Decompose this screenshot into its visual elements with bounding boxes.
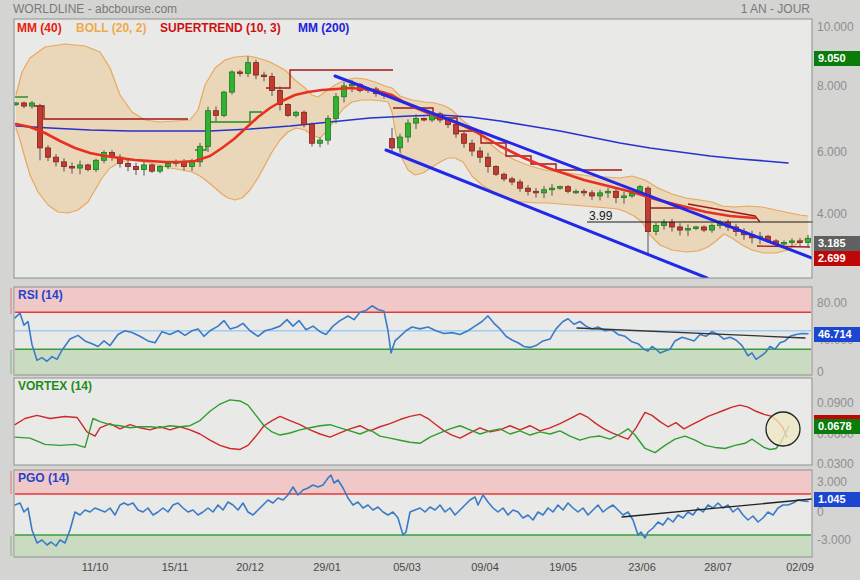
x-axis-date: 20/12 [227, 561, 273, 573]
x-axis-date: 19/05 [540, 561, 586, 573]
x-axis-date: 02/09 [777, 561, 823, 573]
rsi-panel-label: RSI (14) [18, 288, 63, 302]
y-axis-tick: 10.000 [817, 20, 854, 34]
price-annotation-label: 3.99 [589, 209, 612, 223]
y-axis-tick: 0 [817, 505, 824, 519]
pgo-value-badge: 1.045 [814, 492, 860, 507]
rsi-value-badge: 46.714 [814, 327, 860, 342]
pgo-panel-label: PGO (14) [18, 471, 69, 485]
y-axis-tick: 0.0300 [817, 457, 854, 471]
y-axis-tick: 80.00 [817, 296, 847, 310]
legend-item-3: MM (200) [298, 21, 349, 35]
x-axis-date: 23/06 [619, 561, 665, 573]
x-axis-date: 05/03 [384, 561, 430, 573]
y-axis-tick: 3.000 [817, 475, 847, 489]
vortex-value-badge: 0.0678 [814, 419, 860, 434]
vortex-panel-label: VORTEX (14) [18, 379, 92, 393]
period-low-badge: 2.699 [814, 251, 860, 266]
period-high-badge: 9.050 [814, 51, 860, 66]
period-selector: 1 AN - JOUR [741, 2, 810, 16]
y-axis-tick: 4.000 [817, 207, 847, 221]
x-axis-date: 11/10 [72, 561, 118, 573]
last-price-badge: 3.185 [814, 236, 860, 251]
legend-item-2: SUPERTREND (10, 3) [160, 21, 281, 35]
y-axis-tick: 0 [817, 365, 824, 379]
y-axis-tick: -3.000 [817, 533, 851, 547]
legend-item-0: MM (40) [17, 21, 62, 35]
y-axis-tick: 6.000 [817, 145, 847, 159]
y-axis-tick: 8.000 [817, 79, 847, 93]
page-title: WORLDLINE - abcbourse.com [13, 2, 177, 16]
x-axis-date: 15/11 [152, 561, 198, 573]
x-axis-date: 09/04 [462, 561, 508, 573]
y-axis-tick: 0.0900 [817, 396, 854, 410]
x-axis-date: 29/01 [304, 561, 350, 573]
stock-chart-app: WORLDLINE - abcbourse.com 1 AN - JOUR 3.… [0, 0, 860, 580]
chart-canvas[interactable] [0, 0, 860, 580]
legend-item-1: BOLL (20, 2) [76, 21, 146, 35]
x-axis-date: 28/07 [695, 561, 741, 573]
